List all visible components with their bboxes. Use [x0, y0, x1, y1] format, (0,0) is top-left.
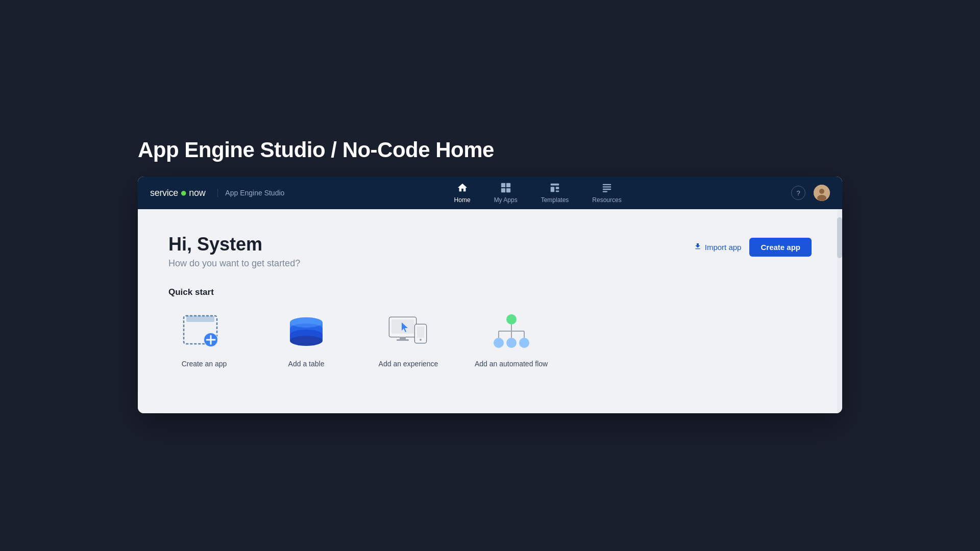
svg-rect-8: [603, 184, 611, 185]
add-flow-icon: [486, 312, 537, 353]
add-experience-label: Add an experience: [379, 360, 438, 368]
svg-rect-7: [556, 191, 559, 192]
svg-rect-6: [556, 187, 559, 189]
main-content: Hi, System How do you want to get starte…: [138, 209, 842, 413]
window-inner: Hi, System How do you want to get starte…: [138, 209, 842, 413]
welcome-text: Hi, System How do you want to get starte…: [168, 234, 300, 269]
svg-point-39: [506, 314, 517, 324]
svg-point-13: [819, 189, 824, 194]
app-window: service ● now App Engine Studio Home: [138, 177, 842, 413]
add-table-icon: [281, 312, 332, 353]
import-icon: [694, 242, 702, 252]
svg-point-45: [494, 338, 504, 348]
svg-point-27: [290, 336, 323, 346]
welcome-actions: Import app Create app: [694, 238, 812, 257]
quick-start-create-app[interactable]: Create an app: [168, 312, 240, 368]
servicenow-logo: service ● now: [150, 186, 205, 199]
nav-item-myapps[interactable]: My Apps: [485, 178, 527, 208]
quick-start-heading: Quick start: [168, 287, 812, 297]
logo-dot-icon: ●: [180, 186, 187, 199]
nav-label-resources: Resources: [592, 196, 621, 204]
svg-point-14: [817, 195, 826, 201]
add-table-label: Add a table: [288, 360, 325, 368]
svg-rect-3: [506, 188, 510, 192]
scrollbar-thumb[interactable]: [837, 217, 842, 258]
svg-rect-11: [603, 191, 607, 192]
add-flow-label: Add an automated flow: [475, 360, 548, 368]
svg-rect-5: [551, 187, 554, 192]
svg-rect-37: [417, 327, 424, 338]
nav-center: Home My Apps: [284, 178, 791, 208]
create-app-button[interactable]: Create app: [749, 238, 812, 257]
nav-item-templates[interactable]: Templates: [532, 178, 578, 208]
logo-text-service: service: [150, 188, 178, 198]
quick-start-add-experience[interactable]: Add an experience: [373, 312, 444, 368]
svg-rect-10: [603, 189, 611, 190]
svg-rect-2: [501, 188, 505, 192]
help-button[interactable]: ?: [791, 186, 805, 200]
nav-app-name: App Engine Studio: [217, 189, 284, 197]
create-app-label: Create an app: [182, 360, 227, 368]
nav-item-resources[interactable]: Resources: [583, 178, 630, 208]
nav-brand: service ● now App Engine Studio: [150, 186, 284, 199]
import-app-button[interactable]: Import app: [694, 242, 742, 252]
page-title: App Engine Studio / No-Code Home: [138, 138, 842, 162]
scrollbar[interactable]: [837, 209, 842, 413]
svg-rect-1: [506, 183, 510, 187]
nav-label-templates: Templates: [541, 196, 569, 204]
svg-rect-33: [400, 337, 406, 339]
home-icon: [457, 182, 468, 195]
svg-rect-0: [501, 183, 505, 187]
svg-point-47: [519, 338, 529, 348]
create-app-icon: [179, 312, 230, 353]
welcome-row: Hi, System How do you want to get starte…: [168, 234, 812, 269]
svg-rect-16: [186, 316, 214, 322]
nav-right: ?: [791, 185, 830, 201]
add-experience-icon: [383, 312, 434, 353]
svg-rect-34: [397, 339, 409, 341]
myapps-icon: [500, 182, 511, 195]
nav-label-home: Home: [454, 196, 471, 204]
nav-label-myapps: My Apps: [494, 196, 518, 204]
svg-point-46: [506, 338, 517, 348]
svg-rect-4: [551, 184, 559, 186]
quick-start-grid: Create an app: [168, 312, 812, 368]
quick-start-add-flow[interactable]: Add an automated flow: [475, 312, 548, 368]
svg-point-28: [290, 317, 323, 328]
help-icon: ?: [796, 189, 800, 197]
resources-icon: [601, 182, 612, 195]
nav-bar: service ● now App Engine Studio Home: [138, 177, 842, 209]
quick-start-add-table[interactable]: Add a table: [271, 312, 342, 368]
svg-point-38: [420, 339, 422, 341]
welcome-heading: Hi, System: [168, 234, 300, 255]
nav-item-home[interactable]: Home: [445, 178, 480, 208]
svg-rect-9: [603, 186, 611, 187]
user-avatar[interactable]: [814, 185, 830, 201]
logo-text-now: now: [189, 188, 205, 198]
import-label: Import app: [705, 243, 742, 252]
welcome-subheading: How do you want to get started?: [168, 258, 300, 269]
templates-icon: [549, 182, 560, 195]
